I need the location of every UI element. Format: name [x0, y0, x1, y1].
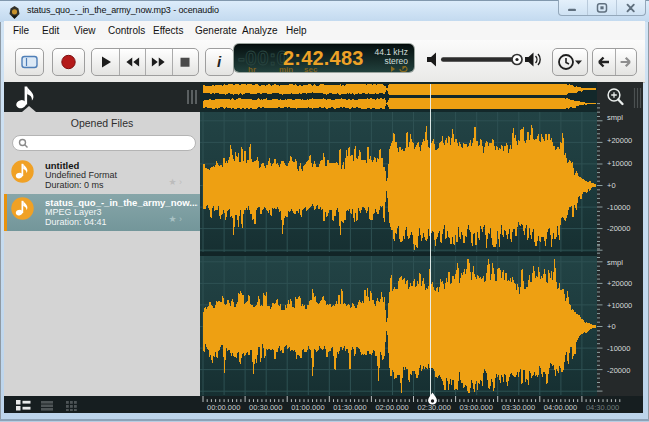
svg-text:smpl: smpl: [607, 258, 623, 267]
svg-text:00:00.000: 00:00.000: [207, 403, 240, 412]
svg-text:+20000: +20000: [607, 136, 632, 145]
svg-text:03:00.000: 03:00.000: [460, 403, 493, 412]
svg-text:i: i: [217, 53, 222, 70]
svg-text:-20000: -20000: [607, 366, 630, 375]
svg-text:04:00.000: 04:00.000: [544, 403, 577, 412]
svg-text:-10000: -10000: [607, 344, 630, 353]
svg-text:+10000: +10000: [607, 301, 632, 310]
svg-text:01:30.000: 01:30.000: [333, 403, 366, 412]
svg-text:-20000: -20000: [607, 224, 630, 233]
svg-text:03:30.000: 03:30.000: [502, 403, 535, 412]
svg-text:00:30.000: 00:30.000: [249, 403, 282, 412]
svg-text:+20000: +20000: [607, 279, 632, 288]
svg-text:+10000: +10000: [607, 159, 632, 168]
svg-text:-10000: -10000: [607, 203, 630, 212]
svg-text:smpl: smpl: [607, 113, 623, 122]
svg-text:02:00.000: 02:00.000: [375, 403, 408, 412]
svg-text:+0: +0: [607, 181, 616, 190]
svg-text:01:00.000: 01:00.000: [291, 403, 324, 412]
svg-text:+0: +0: [607, 322, 616, 331]
svg-text:04:30.000: 04:30.000: [586, 403, 619, 412]
